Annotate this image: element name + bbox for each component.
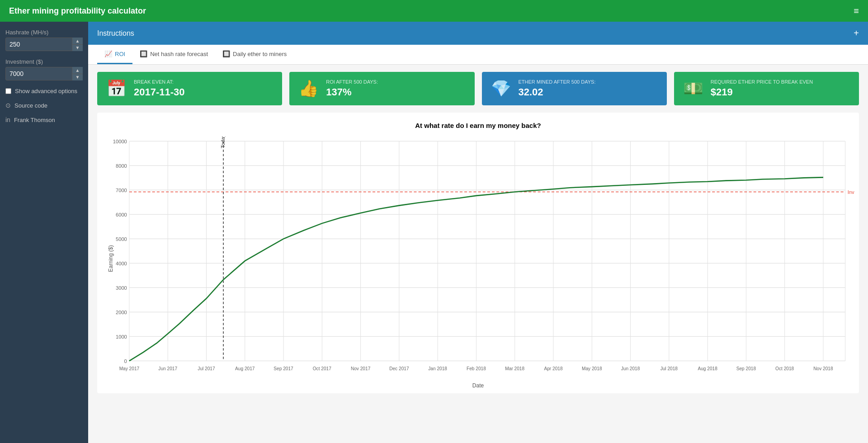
break-even-text: BREAK EVEN AT: 2017-11-30 bbox=[134, 79, 185, 98]
svg-text:Sep 2017: Sep 2017 bbox=[274, 366, 293, 371]
break-even-label: BREAK EVEN AT: bbox=[134, 79, 185, 85]
hashrate-group: Hashrate (MH/s) ▲ ▼ bbox=[5, 29, 83, 51]
svg-text:Apr 2018: Apr 2018 bbox=[544, 366, 562, 371]
main-layout: Hashrate (MH/s) ▲ ▼ Investment ($) ▲ ▼ bbox=[0, 22, 868, 443]
hashrate-label: Hashrate (MH/s) bbox=[5, 29, 83, 36]
investment-group: Investment ($) ▲ ▼ bbox=[5, 58, 83, 80]
svg-text:Jun 2018: Jun 2018 bbox=[621, 366, 640, 371]
svg-text:Jul 2018: Jul 2018 bbox=[660, 366, 678, 371]
ether-mined-label: ETHER MINED AFTER 500 DAYS: bbox=[519, 79, 596, 85]
advanced-label: Show advanced options bbox=[15, 88, 77, 94]
svg-text:3000: 3000 bbox=[116, 285, 127, 290]
required-price-label: REQUIRED ETHER PRICE TO BREAK EVEN bbox=[711, 79, 813, 85]
stat-required-price: 💵 REQUIRED ETHER PRICE TO BREAK EVEN $21… bbox=[674, 72, 859, 105]
diamond-icon: 💎 bbox=[491, 79, 511, 98]
linkedin-icon: in bbox=[5, 116, 10, 123]
hashrate-spinner: ▲ ▼ bbox=[72, 38, 83, 51]
roi-icon: 📈 bbox=[104, 50, 112, 57]
tab-daily-ether[interactable]: 🔲 Daily ether to miners bbox=[215, 45, 294, 64]
author-link[interactable]: in Frank Thomson bbox=[5, 116, 83, 123]
tab-roi-label: ROI bbox=[115, 51, 125, 57]
svg-text:0: 0 bbox=[124, 358, 127, 363]
svg-text:May 2017: May 2017 bbox=[119, 366, 140, 371]
hashrate-input[interactable] bbox=[5, 38, 83, 51]
daily-ether-icon: 🔲 bbox=[222, 50, 230, 57]
svg-text:7000: 7000 bbox=[116, 187, 127, 193]
chart-area: At what rate do I earn my money back? Ea… bbox=[97, 113, 859, 393]
source-code-label: Source code bbox=[14, 102, 47, 109]
required-price-value: $219 bbox=[711, 86, 813, 98]
svg-text:Feb 2018: Feb 2018 bbox=[467, 366, 486, 371]
svg-text:May 2018: May 2018 bbox=[582, 366, 602, 371]
chart-container: Earning ($) bbox=[102, 137, 854, 381]
sidebar: Hashrate (MH/s) ▲ ▼ Investment ($) ▲ ▼ bbox=[0, 22, 88, 443]
stats-row: 📅 BREAK EVEN AT: 2017-11-30 👍 ROI AFTER … bbox=[88, 65, 868, 113]
svg-text:2000: 2000 bbox=[116, 309, 127, 315]
instructions-plus[interactable]: + bbox=[854, 28, 859, 38]
content-area: Instructions + 📈 ROI 🔲 Net hash rate for… bbox=[88, 22, 868, 443]
investment-down-btn[interactable]: ▼ bbox=[72, 74, 83, 81]
svg-text:Aug 2017: Aug 2017 bbox=[235, 366, 255, 371]
svg-text:Oct 2018: Oct 2018 bbox=[775, 366, 794, 371]
svg-text:Jul 2017: Jul 2017 bbox=[198, 366, 215, 371]
tab-net-hash-label: Net hash rate forecast bbox=[150, 51, 208, 57]
stat-ether-mined: 💎 ETHER MINED AFTER 500 DAYS: 32.02 bbox=[482, 72, 667, 105]
investment-input-wrap: ▲ ▼ bbox=[5, 67, 83, 80]
chart-title: At what rate do I earn my money back? bbox=[102, 122, 854, 129]
menu-icon[interactable]: ≡ bbox=[854, 6, 859, 16]
tabs-bar: 📈 ROI 🔲 Net hash rate forecast 🔲 Daily e… bbox=[88, 45, 868, 65]
investment-input[interactable] bbox=[5, 67, 83, 80]
advanced-options-toggle[interactable]: Show advanced options bbox=[5, 88, 83, 94]
stat-break-even: 📅 BREAK EVEN AT: 2017-11-30 bbox=[97, 72, 282, 105]
money-icon: 💵 bbox=[683, 79, 703, 98]
svg-text:5000: 5000 bbox=[116, 236, 127, 241]
x-axis-label: Date bbox=[102, 382, 854, 389]
roi-value: 137% bbox=[326, 86, 378, 98]
svg-text:Nov 2018: Nov 2018 bbox=[813, 366, 833, 371]
svg-text:6000: 6000 bbox=[116, 212, 127, 217]
chart-svg: 0 1000 2000 3000 4000 5000 6000 7000 800… bbox=[102, 137, 854, 381]
investment-up-btn[interactable]: ▲ bbox=[72, 67, 83, 74]
svg-text:Nov 2017: Nov 2017 bbox=[351, 366, 371, 371]
svg-text:Oct 2017: Oct 2017 bbox=[313, 366, 331, 371]
required-price-text: REQUIRED ETHER PRICE TO BREAK EVEN $219 bbox=[711, 79, 813, 98]
svg-text:Dec 2017: Dec 2017 bbox=[389, 366, 409, 371]
svg-text:Investment: Investment bbox=[848, 189, 854, 195]
hashrate-input-wrap: ▲ ▼ bbox=[5, 38, 83, 51]
svg-text:1000: 1000 bbox=[116, 334, 127, 339]
tab-daily-ether-label: Daily ether to miners bbox=[233, 51, 287, 57]
instructions-title: Instructions bbox=[97, 29, 134, 38]
navbar: Ether mining profitability calculator ≡ bbox=[0, 0, 868, 22]
advanced-checkbox[interactable] bbox=[5, 88, 11, 94]
tab-net-hash[interactable]: 🔲 Net hash rate forecast bbox=[132, 45, 215, 64]
svg-text:Mar 2018: Mar 2018 bbox=[505, 366, 524, 371]
ether-mined-value: 32.02 bbox=[519, 86, 596, 98]
calendar-icon: 📅 bbox=[106, 79, 127, 98]
stat-roi: 👍 ROI AFTER 500 DAYS: 137% bbox=[289, 72, 474, 105]
ether-mined-text: ETHER MINED AFTER 500 DAYS: 32.02 bbox=[519, 79, 596, 98]
author-label: Frank Thomson bbox=[14, 117, 55, 123]
svg-text:Jan 2018: Jan 2018 bbox=[428, 366, 447, 371]
source-code-icon: ⊙ bbox=[5, 102, 11, 109]
thumbsup-icon: 👍 bbox=[298, 79, 319, 98]
instructions-bar: Instructions + bbox=[88, 22, 868, 45]
net-hash-icon: 🔲 bbox=[140, 50, 147, 57]
tab-roi[interactable]: 📈 ROI bbox=[97, 45, 132, 64]
app-title: Ether mining profitability calculator bbox=[9, 6, 854, 16]
svg-text:4000: 4000 bbox=[116, 260, 127, 266]
investment-label: Investment ($) bbox=[5, 58, 83, 65]
hashrate-down-btn[interactable]: ▼ bbox=[72, 45, 83, 52]
roi-text: ROI AFTER 500 DAYS: 137% bbox=[326, 79, 378, 98]
svg-text:Today: Today bbox=[220, 137, 226, 148]
svg-text:8000: 8000 bbox=[116, 163, 127, 168]
svg-text:10000: 10000 bbox=[113, 138, 127, 144]
svg-text:Aug 2018: Aug 2018 bbox=[698, 366, 717, 371]
y-axis-label: Earning ($) bbox=[108, 245, 114, 272]
source-code-link[interactable]: ⊙ Source code bbox=[5, 102, 83, 109]
break-even-value: 2017-11-30 bbox=[134, 86, 185, 98]
investment-spinner: ▲ ▼ bbox=[72, 67, 83, 80]
roi-label: ROI AFTER 500 DAYS: bbox=[326, 79, 378, 85]
hashrate-up-btn[interactable]: ▲ bbox=[72, 38, 83, 45]
svg-text:Sep 2018: Sep 2018 bbox=[736, 366, 756, 371]
svg-text:Jun 2017: Jun 2017 bbox=[158, 366, 177, 371]
